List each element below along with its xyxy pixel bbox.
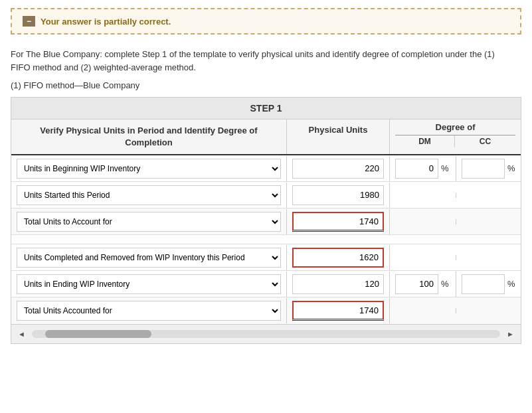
cc-cell-beginning-wip: %	[456, 156, 521, 181]
physical-cell-started-period	[287, 183, 390, 208]
scroll-right-arrow[interactable]: ►	[503, 329, 518, 339]
cc-cell-total-accounted-for	[456, 308, 521, 313]
desc-cell-started-period: Units Started this Period	[11, 183, 287, 208]
cc-cell-completed-removed	[456, 255, 521, 260]
physical-input-total-accounted-for[interactable]	[292, 301, 384, 321]
minus-icon: −	[23, 16, 35, 27]
cc-sub-header: CC	[455, 135, 515, 147]
dm-cell-started-period	[390, 193, 456, 198]
desc-cell-ending-wip: Units in Ending WIP Inventory	[11, 272, 287, 297]
dm-input-beginning-wip[interactable]	[395, 159, 438, 179]
desc-select-total-account-for[interactable]: Total Units to Account for	[17, 212, 281, 232]
table-row-total-account-for: Total Units to Account for	[11, 208, 521, 235]
dm-cell-beginning-wip: %	[390, 156, 456, 181]
physical-cell-completed-removed	[287, 245, 390, 270]
cc-pct-beginning-wip: %	[507, 163, 515, 173]
desc-cell-total-account-for: Total Units to Account for	[11, 209, 287, 234]
physical-cell-ending-wip	[287, 272, 390, 297]
dm-cell-ending-wip: %	[390, 272, 456, 297]
physical-cell-total-account-for	[287, 209, 390, 234]
method-label: (1) FIFO method—Blue Company	[0, 78, 532, 97]
intro-line1: For The Blue Company: complete Step 1 of…	[11, 48, 521, 61]
dm-cell-total-accounted-for	[390, 308, 456, 313]
intro-text: For The Blue Company: complete Step 1 of…	[0, 42, 532, 78]
scroll-left-arrow[interactable]: ◄	[14, 329, 29, 339]
rows-container: Units in Beginning WIP Inventory%%Units …	[11, 155, 521, 324]
col-degree-header: Degree of DM CC	[390, 120, 521, 154]
banner-text: Your answer is partially correct.	[41, 17, 171, 27]
intro-line2: FIFO method and (2) weighted-average met…	[11, 61, 521, 74]
desc-cell-completed-removed: Units Completed and Removed from WIP Inv…	[11, 245, 287, 270]
scrollbar-thumb[interactable]	[45, 330, 151, 338]
physical-input-total-account-for[interactable]	[292, 212, 384, 232]
dm-pct-ending-wip: %	[441, 279, 449, 289]
step-header: STEP 1	[11, 98, 521, 120]
table-row-started-period: Units Started this Period	[11, 182, 521, 208]
scrollbar: ◄ ►	[11, 324, 521, 343]
table-row-completed-removed: Units Completed and Removed from WIP Inv…	[11, 244, 521, 271]
spacer-row	[11, 235, 521, 244]
dm-sub-header: DM	[395, 135, 455, 147]
desc-select-total-accounted-for[interactable]: Total Units Accounted for	[17, 301, 281, 321]
desc-select-beginning-wip[interactable]: Units in Beginning WIP Inventory	[17, 159, 281, 179]
dm-input-ending-wip[interactable]	[395, 274, 438, 294]
table-row-beginning-wip: Units in Beginning WIP Inventory%%	[11, 155, 521, 182]
cc-pct-ending-wip: %	[507, 279, 515, 289]
desc-cell-total-accounted-for: Total Units Accounted for	[11, 298, 287, 323]
physical-input-beginning-wip[interactable]	[292, 159, 384, 179]
cc-cell-started-period	[456, 193, 521, 198]
desc-cell-beginning-wip: Units in Beginning WIP Inventory	[11, 156, 287, 181]
col-desc-header: Verify Physical Units in Period and Iden…	[11, 120, 287, 154]
desc-select-completed-removed[interactable]: Units Completed and Removed from WIP Inv…	[17, 248, 281, 268]
desc-select-ending-wip[interactable]: Units in Ending WIP Inventory	[17, 274, 281, 294]
physical-cell-beginning-wip	[287, 156, 390, 181]
table-row-total-accounted-for: Total Units Accounted for	[11, 297, 521, 324]
physical-cell-total-accounted-for	[287, 298, 390, 323]
step1-table: STEP 1 Verify Physical Units in Period a…	[11, 97, 521, 344]
table-row-ending-wip: Units in Ending WIP Inventory%%	[11, 271, 521, 297]
col-physical-header: Physical Units	[287, 120, 390, 154]
dm-pct-beginning-wip: %	[441, 163, 449, 173]
scrollbar-track[interactable]	[32, 330, 500, 338]
cc-input-beginning-wip[interactable]	[462, 159, 505, 179]
dm-cell-completed-removed	[390, 255, 456, 260]
physical-input-completed-removed[interactable]	[292, 248, 384, 268]
physical-input-started-period[interactable]	[292, 185, 384, 205]
physical-input-ending-wip[interactable]	[292, 274, 384, 294]
cc-input-ending-wip[interactable]	[462, 274, 505, 294]
desc-select-started-period[interactable]: Units Started this Period	[17, 185, 281, 205]
dm-cell-total-account-for	[390, 219, 456, 224]
column-headers: Verify Physical Units in Period and Iden…	[11, 120, 521, 155]
partial-correct-banner: − Your answer is partially correct.	[11, 8, 521, 35]
cc-cell-ending-wip: %	[456, 272, 521, 297]
cc-cell-total-account-for	[456, 219, 521, 224]
